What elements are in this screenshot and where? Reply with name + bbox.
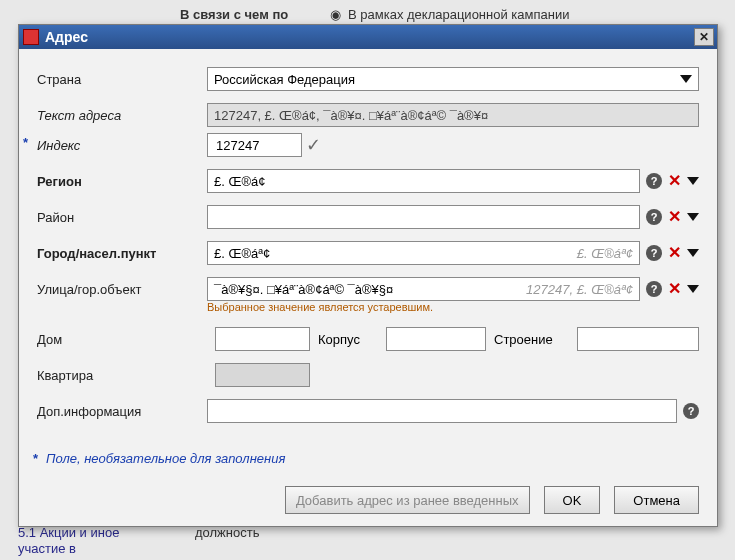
chevron-down-icon[interactable] <box>687 285 699 293</box>
city-value: £. Œ®áª¢ <box>214 246 569 261</box>
label-region: Регион <box>37 174 207 189</box>
stale-warning: Выбранное значение является устаревшим. <box>207 301 699 313</box>
titlebar: Адрес ✕ <box>19 25 717 49</box>
check-icon: ✓ <box>306 134 321 156</box>
optional-marker: * <box>23 135 28 150</box>
city-combo[interactable]: £. Œ®áª¢ £. Œ®áª¢ <box>207 241 640 265</box>
country-value: Российская Федерация <box>214 72 355 87</box>
chevron-down-icon[interactable] <box>687 249 699 257</box>
region-combo[interactable]: £. Œ®á¢ <box>207 169 640 193</box>
label-district: Район <box>37 210 207 225</box>
label-street: Улица/гор.объект <box>37 282 207 297</box>
flat-input <box>215 363 310 387</box>
help-icon[interactable]: ? <box>683 403 699 419</box>
country-dropdown[interactable]: Российская Федерация <box>207 67 699 91</box>
extra-input[interactable] <box>207 399 677 423</box>
chevron-down-icon[interactable] <box>687 177 699 185</box>
street-hint: 127247, £. Œ®áª¢ <box>526 282 633 297</box>
help-icon[interactable]: ? <box>646 281 662 297</box>
label-block: Корпус <box>318 332 378 347</box>
help-icon[interactable]: ? <box>646 245 662 261</box>
clear-icon[interactable]: ✕ <box>668 173 681 189</box>
index-input[interactable] <box>207 133 302 157</box>
clear-icon[interactable]: ✕ <box>668 281 681 297</box>
region-value: £. Œ®á¢ <box>214 174 266 189</box>
address-text-field: 127247, £. Œ®á¢, ¯à®¥¤. □¥áª¨à®¢áª© ¯à®¥… <box>207 103 699 127</box>
cancel-button[interactable]: Отмена <box>614 486 699 514</box>
label-city: Город/насел.пункт <box>37 246 207 261</box>
label-flat: Квартира <box>37 368 207 383</box>
clear-icon[interactable]: ✕ <box>668 209 681 225</box>
bg-radio: ◉ <box>330 6 341 24</box>
chevron-down-icon <box>680 75 692 83</box>
chevron-down-icon[interactable] <box>687 213 699 221</box>
label-extra: Доп.информация <box>37 404 207 419</box>
footnote-text: Поле, необязательное для заполнения <box>46 451 285 466</box>
ok-button[interactable]: OK <box>544 486 601 514</box>
bg-nav-2: участие в <box>18 540 76 558</box>
help-icon[interactable]: ? <box>646 209 662 225</box>
bg-label: В связи с чем по <box>180 6 288 24</box>
district-combo[interactable] <box>207 205 640 229</box>
add-previous-button[interactable]: Добавить адрес из ранее введенных <box>285 486 530 514</box>
label-address-text: Текст адреса <box>37 108 207 123</box>
help-icon[interactable]: ? <box>646 173 662 189</box>
label-index: Индекс <box>37 138 207 153</box>
building-input[interactable] <box>577 327 699 351</box>
footnote: *Поле, необязательное для заполнения <box>33 451 699 466</box>
street-combo[interactable]: ¯à®¥§¤. □¥áª¨à®¢áª© ¯à®¥§¤ 127247, £. Œ®… <box>207 277 640 301</box>
address-text-value: 127247, £. Œ®á¢, ¯à®¥¤. □¥áª¨à®¢áª© ¯à®¥… <box>214 108 488 123</box>
street-value: ¯à®¥§¤. □¥áª¨à®¢áª© ¯à®¥§¤ <box>214 282 518 297</box>
label-country: Страна <box>37 72 207 87</box>
block-input[interactable] <box>386 327 486 351</box>
clear-icon[interactable]: ✕ <box>668 245 681 261</box>
index-value[interactable] <box>214 137 295 154</box>
label-house: Дом <box>37 332 207 347</box>
city-hint: £. Œ®áª¢ <box>577 246 633 261</box>
label-building: Строение <box>494 332 569 347</box>
dialog-title: Адрес <box>45 29 694 45</box>
close-button[interactable]: ✕ <box>694 28 714 46</box>
app-icon <box>23 29 39 45</box>
house-input[interactable] <box>215 327 310 351</box>
bg-radio-label: В рамках декларационной кампании <box>348 6 569 24</box>
address-dialog: Адрес ✕ Страна Российская Федерация Текс… <box>18 24 718 527</box>
